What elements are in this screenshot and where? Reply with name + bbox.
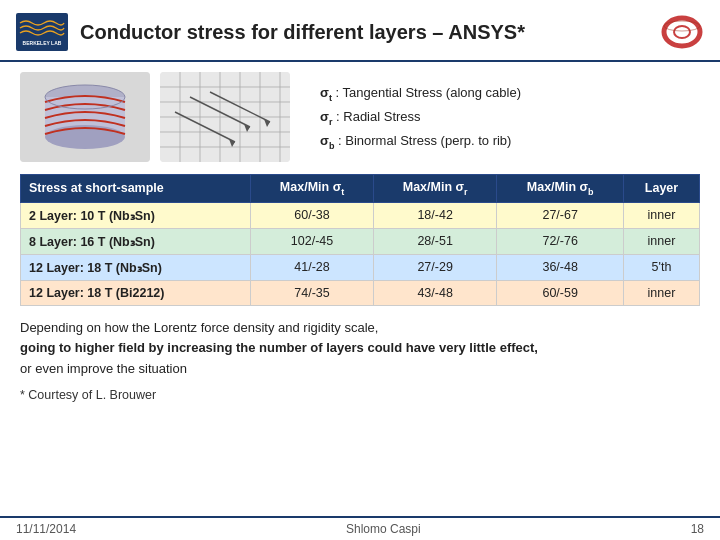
table-row: 12 Layer: 18 T (Nb₃Sn)41/-2827/-2936/-48…: [21, 254, 700, 280]
logo-area: BERKELEY LAB: [16, 13, 68, 51]
table-cell-3-2: 43/-48: [373, 280, 497, 305]
table-cell-1-3: 72/-76: [497, 228, 624, 254]
conductor-svg-1: [20, 72, 150, 162]
courtesy-text: * Courtesy of L. Brouwer: [20, 388, 700, 402]
table-cell-3-3: 60/-59: [497, 280, 624, 305]
svg-text:BERKELEY LAB: BERKELEY LAB: [23, 40, 62, 46]
table-cell-0-1: 60/-38: [251, 202, 374, 228]
table-cell-0-4: inner: [623, 202, 699, 228]
bottom-text: Depending on how the Lorentz force densi…: [20, 318, 700, 380]
table-body: 2 Layer: 10 T (Nb₃Sn)60/-3818/-4227/-67i…: [21, 202, 700, 305]
col-header-1: Stress at short-sample: [21, 175, 251, 203]
bottom-line-2: going to higher field by increasing the …: [20, 338, 700, 359]
bottom-line-1: Depending on how the Lorentz force densi…: [20, 318, 700, 339]
col-header-2: Max/Min σt: [251, 175, 374, 203]
legend-area: σt : Tangential Stress (along cable) σr …: [300, 72, 700, 154]
table-cell-0-3: 27/-67: [497, 202, 624, 228]
footer-date: 11/11/2014: [16, 522, 76, 536]
content: σt : Tangential Stress (along cable) σr …: [0, 62, 720, 402]
table-cell-2-3: 36/-48: [497, 254, 624, 280]
toroid-icon: [660, 10, 704, 54]
col-header-5: Layer: [623, 175, 699, 203]
table-cell-2-2: 27/-29: [373, 254, 497, 280]
legend-line-2: σr : Radial Stress: [320, 106, 700, 130]
logo-svg: BERKELEY LAB: [18, 15, 66, 49]
table-cell-3-1: 74/-35: [251, 280, 374, 305]
table-row: 8 Layer: 16 T (Nb₃Sn)102/-4528/-5172/-76…: [21, 228, 700, 254]
table-cell-1-2: 28/-51: [373, 228, 497, 254]
table-cell-2-1: 41/-28: [251, 254, 374, 280]
col-header-4: Max/Min σb: [497, 175, 624, 203]
table-cell-2-4: 5'th: [623, 254, 699, 280]
table-row: 2 Layer: 10 T (Nb₃Sn)60/-3818/-4227/-67i…: [21, 202, 700, 228]
bottom-line-3: or even improve the situation: [20, 359, 700, 380]
table-cell-3-4: inner: [623, 280, 699, 305]
legend-line-1: σt : Tangential Stress (along cable): [320, 82, 700, 106]
legend-line-3: σb : Binormal Stress (perp. to rib): [320, 130, 700, 154]
table-cell-3-0: 12 Layer: 18 T (Bi2212): [21, 280, 251, 305]
footer: 11/11/2014 Shlomo Caspi 18: [0, 516, 720, 540]
table-header-row: Stress at short-sample Max/Min σt Max/Mi…: [21, 175, 700, 203]
page-title: Conductor stress for different layers – …: [80, 21, 648, 44]
footer-page: 18: [691, 522, 704, 536]
header: BERKELEY LAB Conductor stress for differ…: [0, 0, 720, 62]
logo-box: BERKELEY LAB: [16, 13, 68, 51]
table-cell-0-0: 2 Layer: 10 T (Nb₃Sn): [21, 202, 251, 228]
table-cell-2-0: 12 Layer: 18 T (Nb₃Sn): [21, 254, 251, 280]
table-cell-1-1: 102/-45: [251, 228, 374, 254]
table-cell-1-0: 8 Layer: 16 T (Nb₃Sn): [21, 228, 251, 254]
stress-table: Stress at short-sample Max/Min σt Max/Mi…: [20, 174, 700, 306]
table-cell-1-4: inner: [623, 228, 699, 254]
conductor-image-2: [160, 72, 290, 162]
table-row: 12 Layer: 18 T (Bi2212)74/-3543/-4860/-5…: [21, 280, 700, 305]
col-header-3: Max/Min σr: [373, 175, 497, 203]
conductor-svg-2: [160, 72, 290, 162]
table-cell-0-2: 18/-42: [373, 202, 497, 228]
conductor-image-1: [20, 72, 150, 162]
footer-author: Shlomo Caspi: [346, 522, 421, 536]
svg-point-3: [674, 26, 690, 38]
top-row: σt : Tangential Stress (along cable) σr …: [20, 72, 700, 162]
